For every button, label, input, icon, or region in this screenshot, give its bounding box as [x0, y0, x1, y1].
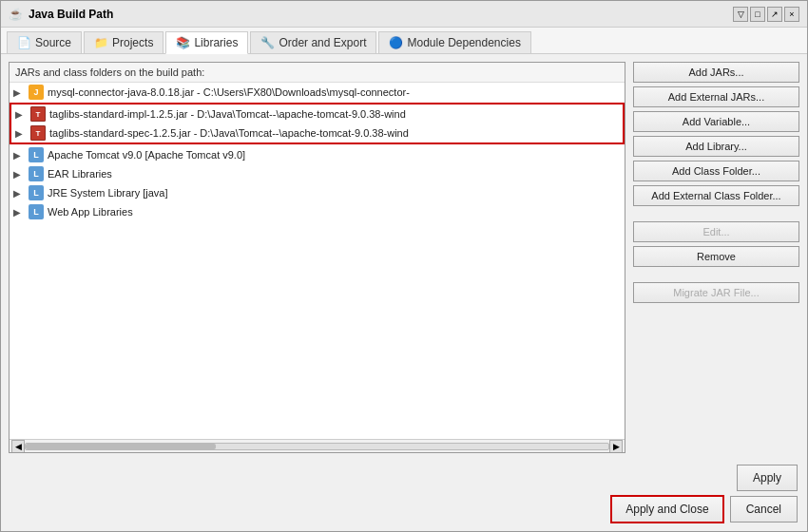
list-item[interactable]: ▶ T taglibs-standard-impl-1.2.5.jar - D:… [11, 104, 623, 124]
add-library-button[interactable]: Add Library... [633, 136, 799, 157]
jar-icon: J [29, 85, 44, 100]
lib-icon: L [29, 204, 44, 219]
close-button[interactable]: × [784, 7, 799, 22]
item-label: Web App Libraries [48, 206, 133, 218]
tab-source[interactable]: 📄 Source [7, 31, 82, 53]
add-external-class-folder-button[interactable]: Add External Class Folder... [633, 185, 799, 206]
expand-arrow: ▶ [13, 169, 25, 180]
lib-icon: L [29, 166, 44, 181]
lib-icon: L [29, 147, 44, 162]
horizontal-scrollbar[interactable]: ◀ ▶ [10, 439, 625, 452]
tab-projects[interactable]: 📁 Projects [84, 31, 164, 53]
remove-button[interactable]: Remove [633, 246, 799, 267]
module-deps-tab-icon: 🔵 [389, 36, 403, 49]
minimize-button[interactable]: ▽ [733, 7, 748, 22]
libraries-tab-icon: 📚 [176, 36, 190, 49]
list-item[interactable]: ▶ L JRE System Library [java] [10, 183, 625, 202]
list-item[interactable]: ▶ T taglibs-standard-spec-1.2.5.jar - D:… [11, 124, 623, 142]
tab-projects-label: Projects [112, 36, 153, 49]
tl-icon: T [30, 125, 46, 141]
migrate-jar-button[interactable]: Migrate JAR File... [633, 282, 799, 303]
spacer [633, 210, 799, 218]
bottom-apply-row: Apply [1, 461, 807, 491]
expand-arrow: ▶ [13, 188, 25, 199]
list-item[interactable]: ▶ L Apache Tomcat v9.0 [Apache Tomcat v9… [10, 145, 625, 164]
add-class-folder-button[interactable]: Add Class Folder... [633, 161, 799, 181]
tab-order-export-label: Order and Export [279, 36, 366, 49]
tab-module-deps-label: Module Dependencies [407, 36, 520, 49]
java-build-path-window: ☕ Java Build Path ▽ □ ↗ × 📄 Source 📁 Pro… [0, 0, 808, 532]
expand-arrow: ▶ [15, 109, 27, 120]
bottom-bar: Apply and Close Cancel [1, 491, 807, 531]
list-item[interactable]: ▶ L EAR Libraries [10, 164, 625, 183]
tabs-bar: 📄 Source 📁 Projects 📚 Libraries 🔧 Order … [1, 28, 807, 54]
tab-order-export[interactable]: 🔧 Order and Export [250, 31, 376, 53]
add-external-jars-button[interactable]: Add External JARs... [633, 86, 799, 107]
restore-button[interactable]: ↗ [767, 7, 782, 22]
source-tab-icon: 📄 [17, 36, 31, 49]
list-item[interactable]: ▶ L Web App Libraries [10, 202, 625, 221]
list-item[interactable]: ▶ J mysql-connector-java-8.0.18.jar - C:… [10, 83, 625, 102]
item-label: mysql-connector-java-8.0.18.jar - C:\Use… [48, 86, 410, 98]
window-title: Java Build Path [29, 8, 113, 21]
add-variable-button[interactable]: Add Variable... [633, 111, 799, 132]
right-panel: Add JARs... Add External JARs... Add Var… [633, 62, 799, 453]
edit-button[interactable]: Edit... [633, 221, 799, 242]
item-label: JRE System Library [java] [48, 187, 168, 199]
window-icon: ☕ [9, 8, 23, 21]
cancel-button[interactable]: Cancel [730, 496, 798, 522]
main-panel: JARs and class folders on the build path… [9, 62, 625, 453]
expand-arrow: ▶ [13, 150, 25, 161]
projects-tab-icon: 📁 [94, 36, 108, 49]
tab-libraries-label: Libraries [194, 36, 238, 49]
title-bar: ☕ Java Build Path ▽ □ ↗ × [1, 1, 807, 28]
expand-arrow: ▶ [15, 128, 27, 139]
scroll-left-arrow[interactable]: ◀ [11, 440, 25, 453]
item-label: taglibs-standard-spec-1.2.5.jar - D:\Jav… [49, 127, 409, 139]
item-label: taglibs-standard-impl-1.2.5.jar - D:\Jav… [49, 108, 406, 120]
scrollbar-thumb[interactable] [26, 444, 216, 449]
tab-source-label: Source [35, 36, 71, 49]
panel-label: JARs and class folders on the build path… [10, 63, 625, 83]
item-label: EAR Libraries [48, 168, 112, 180]
scroll-right-arrow[interactable]: ▶ [609, 440, 623, 453]
apply-button[interactable]: Apply [737, 465, 798, 491]
list-area[interactable]: ▶ J mysql-connector-java-8.0.18.jar - C:… [10, 83, 625, 439]
content-area: JARs and class folders on the build path… [1, 54, 807, 461]
order-export-tab-icon: 🔧 [260, 36, 275, 49]
tab-module-deps[interactable]: 🔵 Module Dependencies [378, 31, 530, 53]
apply-and-close-button[interactable]: Apply and Close [610, 495, 723, 523]
item-label: Apache Tomcat v9.0 [Apache Tomcat v9.0] [48, 149, 245, 161]
lib-icon: L [29, 185, 44, 200]
spacer [633, 271, 799, 278]
title-bar-controls: ▽ □ ↗ × [733, 7, 799, 22]
expand-arrow: ▶ [13, 207, 25, 218]
expand-arrow: ▶ [13, 87, 25, 98]
title-bar-left: ☕ Java Build Path [9, 8, 113, 21]
tab-libraries[interactable]: 📚 Libraries [165, 31, 248, 54]
maximize-button[interactable]: □ [750, 7, 765, 22]
scrollbar-track[interactable] [25, 443, 609, 450]
tl-icon: T [30, 106, 46, 122]
add-jars-button[interactable]: Add JARs... [633, 62, 799, 83]
